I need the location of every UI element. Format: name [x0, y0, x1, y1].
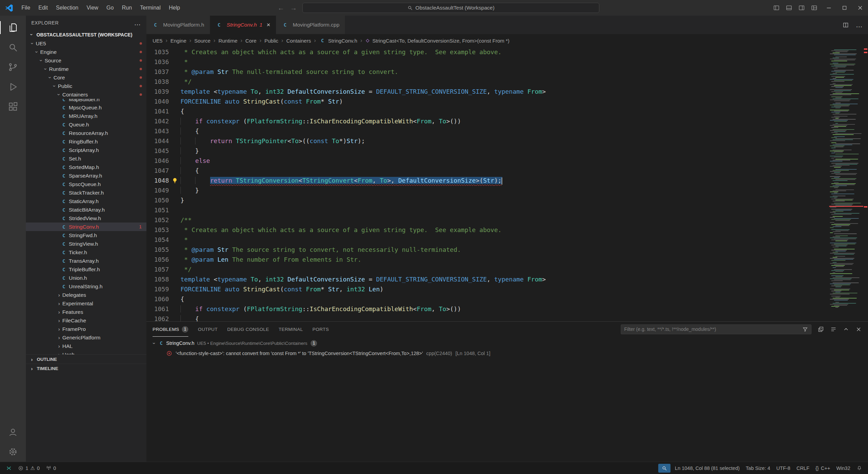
problems-file-row[interactable]: › C StringConv.h UE5 • Engine\Source\Run… — [146, 338, 868, 348]
language-mode[interactable]: {}C++ — [812, 462, 833, 474]
tree-file-SpscQueue.h[interactable]: CSpscQueue.h — [26, 180, 146, 188]
tree-folder-Experimental[interactable]: ›Experimental — [26, 299, 146, 308]
tree-folder-FileCache[interactable]: ›FileCache — [26, 316, 146, 325]
tree-file-MpscQueue.h[interactable]: CMpscQueue.h — [26, 103, 146, 112]
toggle-secondary-sidebar-icon[interactable] — [795, 4, 808, 11]
code-line-1045[interactable]: 1045 } — [146, 146, 826, 156]
customize-layout-icon[interactable] — [808, 4, 820, 11]
zoom-status[interactable] — [658, 464, 670, 473]
close-window-icon[interactable] — [852, 0, 868, 16]
tree-file-StringConv.h[interactable]: CStringConv.h1 — [26, 223, 146, 231]
activity-accounts[interactable] — [0, 422, 26, 442]
code-line-1036[interactable]: 1036 * — [146, 57, 826, 67]
menu-selection[interactable]: Selection — [52, 3, 82, 13]
panel-tab-problems[interactable]: PROBLEMS1 — [153, 322, 188, 337]
tab-MovingPlatform.cpp[interactable]: CMovingPlatform.cpp — [276, 16, 345, 34]
maximize-panel-icon[interactable] — [843, 326, 849, 333]
menu-go[interactable]: Go — [103, 3, 117, 13]
tree-file-Set.h[interactable]: CSet.h — [26, 154, 146, 163]
tree-folder-Features[interactable]: ›Features — [26, 308, 146, 316]
tree-folder-Containers[interactable]: ›Containers — [26, 90, 146, 99]
tree-folder-Public[interactable]: ›Public — [26, 82, 146, 90]
tree-file-TransArray.h[interactable]: CTransArray.h — [26, 257, 146, 265]
split-editor-icon[interactable] — [842, 22, 849, 28]
breadcrumb-item[interactable]: Containers — [286, 38, 311, 44]
tree-file-UnrealString.h[interactable]: CUnrealString.h — [26, 282, 146, 291]
tree-folder-Runtime[interactable]: ›Runtime — [26, 65, 146, 73]
tree-folder-Source[interactable]: ›Source — [26, 56, 146, 65]
minimap[interactable] — [829, 48, 863, 320]
tree-file-StaticArray.h[interactable]: CStaticArray.h — [26, 197, 146, 205]
code-line-1062[interactable]: 1062 { — [146, 314, 826, 321]
tree-file-TripleBuffer.h[interactable]: CTripleBuffer.h — [26, 265, 146, 274]
tree-folder-Core[interactable]: ›Core — [26, 73, 146, 82]
problems-filter-input[interactable]: Filter (e.g. text, **/*.ts, !**/node_mod… — [621, 324, 811, 334]
more-actions-icon[interactable]: … — [134, 19, 141, 27]
breadcrumb-item[interactable]: Engine — [171, 38, 187, 44]
tree-folder-Hash[interactable]: ›Hash — [26, 350, 146, 354]
code-line-1035[interactable]: 1035 * Creates an object which acts as a… — [146, 47, 826, 57]
tree-folder-Delegates[interactable]: ›Delegates — [26, 291, 146, 299]
code-line-1042[interactable]: 1042 if constexpr (FPlatformString::IsCh… — [146, 116, 826, 126]
tree-file-StringFwd.h[interactable]: CStringFwd.h — [26, 231, 146, 240]
indentation-status[interactable]: Tab Size: 4 — [743, 462, 773, 474]
platform-status[interactable]: Win32 — [833, 462, 853, 474]
lightbulb-icon[interactable] — [169, 175, 180, 185]
notifications-bell-icon[interactable] — [853, 462, 865, 474]
breadcrumb-item[interactable]: UE5 — [153, 38, 162, 44]
tree-file-StridedView.h[interactable]: CStridedView.h — [26, 214, 146, 223]
tree-folder-UE5[interactable]: ›UE5 — [26, 39, 146, 48]
menu-run[interactable]: Run — [118, 3, 136, 13]
code-line-1044[interactable]: 1044 return TStringPointer<To>((const To… — [146, 136, 826, 146]
breadcrumb-item[interactable]: Source — [194, 38, 211, 44]
toggle-sidebar-icon[interactable] — [770, 4, 783, 11]
code-line-1043[interactable]: 1043 { — [146, 126, 826, 136]
section-outline[interactable]: › OUTLINE — [26, 354, 146, 364]
breadcrumb-item[interactable]: Runtime — [218, 38, 237, 44]
tree-folder-Engine[interactable]: ›Engine — [26, 48, 146, 56]
tree-file-Union.h[interactable]: CUnion.h — [26, 274, 146, 282]
activity-source-control[interactable] — [0, 57, 26, 77]
panel-tab-output[interactable]: OUTPUT — [198, 322, 218, 337]
eol-status[interactable]: CRLF — [793, 462, 812, 474]
tree-folder-GenericPlatform[interactable]: ›GenericPlatform — [26, 333, 146, 342]
tree-file-ResourceArray.h[interactable]: CResourceArray.h — [26, 129, 146, 137]
activity-search[interactable] — [0, 37, 26, 57]
code-line-1037[interactable]: 1037 * @param Str The null-terminated so… — [146, 67, 826, 77]
activity-extensions[interactable] — [0, 97, 26, 117]
tree-file-StringView.h[interactable]: CStringView.h — [26, 240, 146, 248]
activity-run-debug[interactable] — [0, 77, 26, 97]
tab-MovingPlatform.h[interactable]: CMovingPlatform.h — [146, 16, 210, 34]
toggle-panel-icon[interactable] — [783, 4, 795, 11]
menu-help[interactable]: Help — [165, 3, 184, 13]
tree-folder-HAL[interactable]: ›HAL — [26, 342, 146, 350]
tree-file-Ticker.h[interactable]: CTicker.h — [26, 248, 146, 257]
cursor-position[interactable]: Ln 1048, Col 88 (81 selected) — [672, 462, 743, 474]
close-panel-icon[interactable] — [855, 326, 862, 333]
section-timeline[interactable]: › TIMELINE — [26, 364, 146, 373]
code-line-1052[interactable]: 1052/** — [146, 215, 826, 225]
command-center-search[interactable]: ObstacleAssaultTest (Workspace) — [302, 3, 599, 13]
code-line-1051[interactable]: 1051 — [146, 205, 826, 215]
remote-indicator[interactable] — [3, 462, 15, 474]
code-editor[interactable]: 1035 * Creates an object which acts as a… — [146, 47, 868, 321]
problem-row[interactable]: '<function-style-cast>': cannot convert … — [146, 348, 868, 358]
minimize-icon[interactable] — [821, 0, 837, 16]
workspace-root[interactable]: › OBSTACLEASSAULTTEST (WORKSPACE) — [26, 30, 146, 39]
history-back-icon[interactable]: ← — [278, 4, 284, 12]
code-line-1038[interactable]: 1038 */ — [146, 77, 826, 87]
history-forward-icon[interactable]: → — [290, 4, 297, 12]
code-line-1055[interactable]: 1055 * @param Str The source string to c… — [146, 245, 826, 255]
problems-status[interactable]: 1 ⚠ 0 — [15, 462, 43, 474]
code-line-1057[interactable]: 1057 */ — [146, 264, 826, 274]
activity-settings[interactable] — [0, 442, 26, 462]
tree-file-StackTracker.h[interactable]: CStackTracker.h — [26, 188, 146, 197]
code-line-1059[interactable]: 1059FORCEINLINE auto StringCast(const Fr… — [146, 284, 826, 294]
code-line-1056[interactable]: 1056 * @param Len The number of From ele… — [146, 255, 826, 264]
breadcrumb-item[interactable]: Public — [264, 38, 278, 44]
panel-tab-ports[interactable]: PORTS — [313, 322, 329, 337]
tree-file-ScriptArray.h[interactable]: CScriptArray.h — [26, 146, 146, 154]
filter-icon[interactable] — [802, 326, 808, 332]
code-line-1046[interactable]: 1046 else — [146, 156, 826, 166]
tree-file-MapBuilder.h[interactable]: CMapBuilder.h — [26, 99, 146, 103]
